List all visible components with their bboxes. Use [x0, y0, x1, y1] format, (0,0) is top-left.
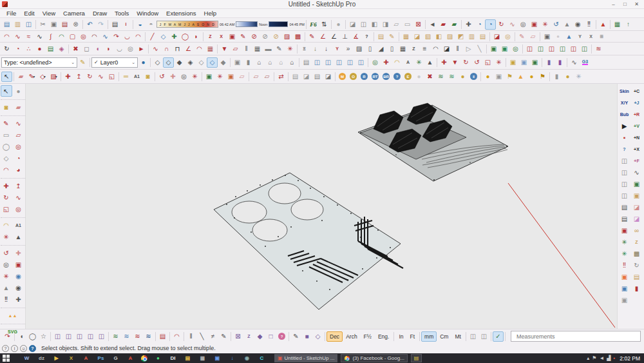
orbit-tool-button[interactable]: ↺	[1, 247, 12, 259]
z-hatch-button[interactable]: Z	[408, 44, 419, 54]
badge-help-button[interactable]: ?	[392, 72, 402, 82]
unit-in-button[interactable]: In	[395, 331, 406, 342]
help-pink-button[interactable]: ?	[276, 331, 287, 342]
flip-triangles-button[interactable]: ▲▲	[1, 309, 25, 321]
task-sketchup[interactable]: ▣Untitled - SketchUp ...	[274, 354, 337, 362]
box-z-button[interactable]: ▣	[227, 32, 238, 42]
word-icon[interactable]: W	[23, 354, 31, 362]
image-green-button[interactable]: ▣	[204, 72, 214, 82]
copy-stack-2-button[interactable]: ◫	[619, 166, 630, 178]
profile-e-button[interactable]: Ξ	[299, 44, 310, 54]
lines-diagonal-button[interactable]: ╲	[196, 331, 207, 342]
people-red-button[interactable]: ‼	[619, 259, 630, 271]
columns-button[interactable]: ‖	[241, 44, 252, 54]
bag-red-button[interactable]: ▤	[157, 331, 168, 342]
menu-file[interactable]: File	[3, 10, 20, 17]
plane-pink-button[interactable]: ▱	[236, 72, 247, 82]
arc-half-button[interactable]: ◡	[122, 32, 133, 42]
arc-tool-button[interactable]: ◠	[1, 164, 12, 175]
camera-red-button[interactable]: ▣	[619, 224, 630, 236]
cube-texture-button[interactable]: ▩	[631, 248, 643, 259]
orbit-alt-button[interactable]: ◔	[485, 19, 496, 30]
arch-door-button[interactable]: ∩	[161, 44, 172, 54]
fan-red-button[interactable]: ✳	[285, 44, 296, 54]
bone-tool-button[interactable]: ∞	[631, 224, 643, 236]
rotated-rectangle-button[interactable]: ▱	[13, 129, 24, 141]
walk-tool-button[interactable]: ‼	[1, 293, 12, 305]
bezier-button[interactable]: ∿	[12, 32, 23, 42]
arrow-white-button[interactable]: ▷	[463, 44, 474, 54]
terrain-smooth-button[interactable]: ▨	[444, 32, 455, 42]
panel-p2-button[interactable]: ▯	[386, 44, 397, 54]
redo-button[interactable]: ↷	[95, 19, 106, 30]
app-blue-icon[interactable]: ▣	[213, 354, 222, 362]
orbit-button[interactable]: ◔	[474, 19, 485, 30]
unit-cm-button[interactable]: Cm	[437, 331, 451, 342]
minimize-button[interactable]: –	[608, 1, 619, 8]
follow-me-tool-button[interactable]: ∿	[13, 191, 24, 203]
square-outline-button[interactable]: □	[265, 331, 276, 342]
photoshop-icon[interactable]: Ps	[97, 354, 105, 362]
angle-t-button[interactable]: ⊥	[339, 32, 350, 42]
copy-button[interactable]: ▣	[48, 19, 59, 30]
house-shaded-button[interactable]: ⌂	[254, 57, 265, 68]
fork-y-button[interactable]: Y	[332, 44, 343, 54]
paint-bucket-button[interactable]: ◙	[1, 101, 12, 113]
start-button[interactable]	[2, 354, 10, 362]
confirm-check-button[interactable]: ✓	[493, 331, 504, 342]
close-button[interactable]: ✕	[631, 1, 642, 8]
box-hatch-button[interactable]: ▨	[281, 32, 292, 42]
globe-button[interactable]: ●	[333, 19, 344, 30]
lines-gray-button[interactable]: ╲	[474, 44, 485, 54]
circle-slash-button[interactable]: ⊘	[249, 32, 260, 42]
plate-pink-button[interactable]: ▱	[527, 32, 538, 42]
section-plane-button[interactable]: ◪	[347, 19, 358, 30]
grid-box-button[interactable]: ▦	[205, 44, 216, 54]
ball-white-button[interactable]: ●	[413, 72, 424, 82]
component-reload-button[interactable]: ◫	[334, 57, 345, 68]
spline-button[interactable]: ∫	[45, 32, 56, 42]
plane-pink-3-button[interactable]: ▱	[261, 72, 272, 82]
lines-converge-button[interactable]: ≠	[207, 331, 218, 342]
alert-red-icon[interactable]: ▪	[614, 355, 616, 361]
pie-shape-button[interactable]: ◗	[191, 32, 202, 42]
grass-1-button[interactable]: ≋	[435, 72, 446, 82]
terrain-base-button[interactable]: ▤	[477, 32, 488, 42]
help-query-button[interactable]: ?	[361, 32, 372, 42]
badge-m-button[interactable]: M	[337, 72, 348, 82]
ball-yellow-button[interactable]: ●	[482, 72, 493, 82]
folder-icon[interactable]: ▤	[184, 354, 192, 362]
label-a-button[interactable]: A	[402, 57, 413, 68]
path-dots-button[interactable]: ∴	[23, 44, 34, 54]
z-fold-button[interactable]: Z	[631, 236, 643, 248]
section-cut-button[interactable]: ◧	[369, 19, 380, 30]
box-hatch-2-button[interactable]: ▩	[292, 32, 303, 42]
face-textured-button[interactable]: ◈	[185, 57, 196, 68]
gradient-texture-button[interactable]: ▦	[612, 19, 623, 30]
arrows-swap-button[interactable]: ⇄	[276, 72, 287, 82]
panel-p-button[interactable]: ▯	[365, 44, 375, 54]
zoom-tool-button[interactable]: ◎	[1, 259, 12, 270]
bag-3-button[interactable]: ▤	[312, 72, 323, 82]
move-tool-button[interactable]: ✚	[62, 72, 73, 82]
undo-button[interactable]: ↶	[84, 19, 95, 30]
face-green-button[interactable]: ▰	[449, 19, 460, 30]
volume-icon[interactable]: ◄	[599, 355, 604, 361]
copy-stack-1-button[interactable]: ◫	[619, 155, 630, 166]
clip-corner-button[interactable]: ◢	[375, 44, 386, 54]
flag-yellow-button[interactable]: ⚑	[504, 72, 515, 82]
diamond-rot-button[interactable]: ◇	[312, 331, 323, 342]
lines-parallel-button[interactable]: ‖	[185, 331, 196, 342]
move-tool-button[interactable]: ✚	[1, 180, 12, 191]
hand-push-button[interactable]: ►	[136, 44, 147, 54]
play-sim-button[interactable]: ▶	[619, 120, 630, 132]
cylinder-half-button[interactable]: ◖	[16, 331, 27, 342]
copy-stack-3-button[interactable]: ◫	[619, 178, 630, 190]
print-button[interactable]: ▤	[109, 19, 120, 30]
stack-navy-button[interactable]: ≋	[143, 331, 154, 342]
guide-arrows-button[interactable]: ⇅	[319, 19, 330, 30]
skin-tool-button[interactable]: Skin	[619, 85, 630, 97]
cylinder-ellipse-button[interactable]: ◯	[27, 331, 38, 342]
shell-tool-button[interactable]: ◖	[92, 44, 103, 54]
follow-me-tool-button[interactable]: ∿	[95, 72, 106, 82]
